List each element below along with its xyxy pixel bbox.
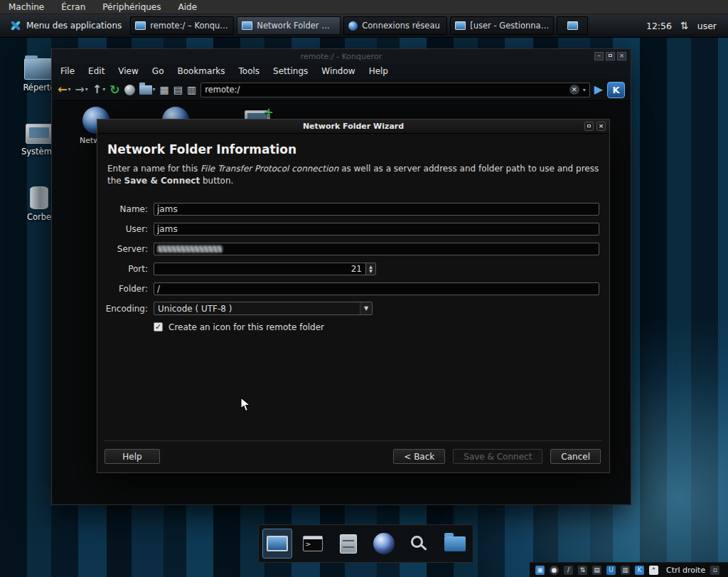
applications-menu-label: Menu des applications	[26, 21, 122, 31]
top-panel: Menu des applications remote:/ – Konque.…	[0, 14, 728, 38]
vm-menu-aide[interactable]: Aide	[178, 2, 198, 12]
detail-view-button[interactable]: ▥	[187, 85, 196, 95]
icon-view-button[interactable]: ▦	[160, 85, 169, 95]
encoding-label: Encoding:	[99, 304, 148, 314]
host-key-label: Ctrl droite	[666, 566, 705, 575]
create-icon-row: ✓ Create an icon for this remote folder	[154, 322, 609, 332]
port-stepper[interactable]: ▲▼	[154, 263, 376, 275]
menu-view[interactable]: View	[118, 66, 138, 76]
clear-location-icon[interactable]: ✕	[569, 85, 579, 95]
keyboard-layout-icon[interactable]: ⇅	[680, 20, 689, 31]
name-input[interactable]	[154, 203, 599, 216]
redacted-server-value	[157, 245, 223, 253]
menu-help[interactable]: Help	[369, 66, 388, 76]
vm-menu-ecran[interactable]: Écran	[61, 2, 85, 12]
folder-icon	[24, 58, 54, 80]
dialog-titlebar[interactable]: Network Folder Wizard ×	[97, 120, 609, 134]
taskbar-item-gestionnaire[interactable]: [user - Gestionnair...	[450, 16, 554, 35]
user-label: User:	[99, 224, 148, 234]
taskbar-item-connexions-reseau[interactable]: Connexions réseau	[343, 16, 447, 35]
close-icon[interactable]: ×	[596, 122, 606, 131]
menu-edit[interactable]: Edit	[88, 66, 105, 76]
menu-bookmarks[interactable]: Bookmarks	[177, 66, 225, 76]
menu-window[interactable]: Window	[321, 66, 355, 76]
tray-usb-icon[interactable]: ⇅	[578, 566, 587, 575]
spinner-icons[interactable]: ▲▼	[365, 263, 375, 275]
tray-kde-network-icon[interactable]: K	[635, 566, 644, 575]
vm-status-bar: ▣ ● / ⇅ ▤ U ▥ K * Ctrl droite ▫	[530, 562, 728, 577]
help-button[interactable]: Help	[105, 449, 160, 464]
window-title: remote:/ - Konqueror	[301, 52, 382, 61]
menu-file[interactable]: File	[60, 66, 75, 76]
mouse-cursor	[240, 397, 252, 415]
maximize-icon[interactable]	[606, 52, 615, 60]
user-input[interactable]	[154, 223, 599, 235]
menu-go[interactable]: Go	[152, 66, 164, 76]
server-input[interactable]	[154, 243, 599, 255]
minimize-icon[interactable]: –	[594, 52, 604, 60]
restore-icon[interactable]	[584, 122, 594, 131]
dialog-action-buttons: < Back Save & Connect Cancel	[393, 449, 601, 464]
folder-menu-button[interactable]: ▾	[139, 85, 156, 95]
create-icon-label: Create an icon for this remote folder	[168, 322, 324, 332]
tray-mouse-integration-icon[interactable]: *	[649, 566, 658, 575]
save-connect-button[interactable]: Save & Connect	[453, 449, 542, 464]
dialog-heading: Network Folder Information	[107, 142, 599, 157]
vm-menubar: Machine Écran Périphériques Aide	[0, 0, 728, 14]
dock-filemanager-button[interactable]	[333, 529, 363, 559]
back-button[interactable]: ←▾	[58, 84, 70, 95]
encoding-value: Unicode ( UTF-8 )	[158, 304, 232, 314]
port-input[interactable]	[154, 263, 376, 275]
window-titlebar[interactable]: remote:/ - Konqueror – ×	[52, 49, 631, 63]
tray-display-icon[interactable]: ▣	[535, 566, 545, 575]
taskbar-item-network-folder-wizard[interactable]: Network Folder Wi...	[237, 16, 341, 35]
dock-desktop-button[interactable]	[262, 529, 292, 559]
go-button[interactable]: ▶	[594, 84, 603, 95]
close-icon[interactable]: ×	[617, 52, 626, 60]
dock-folder-button[interactable]	[440, 529, 470, 559]
clock[interactable]: 12:56	[646, 21, 672, 31]
dock-terminal-button[interactable]	[298, 529, 328, 559]
location-dropdown-icon[interactable]: ▾	[583, 87, 586, 93]
dialog-title: Network Folder Wizard	[303, 122, 404, 131]
forward-button[interactable]: →▾	[75, 84, 87, 95]
window-icon	[135, 21, 146, 30]
tray-network-adapter-icon[interactable]: ▤	[592, 566, 601, 575]
location-bar[interactable]: remote:/ ✕ ▾	[200, 83, 589, 97]
dock-search-button[interactable]	[405, 529, 434, 559]
desktop-icon	[267, 536, 288, 551]
vm-menu-machine[interactable]: Machine	[9, 2, 44, 12]
encoding-select[interactable]: Unicode ( UTF-8 ) ▼	[154, 302, 373, 315]
location-text[interactable]: remote:/	[205, 85, 565, 95]
up-button[interactable]: ↑▾	[92, 84, 105, 95]
tray-pen-icon[interactable]: /	[564, 566, 573, 575]
folder-input[interactable]	[154, 282, 599, 295]
tray-optical-icon[interactable]: ●	[550, 566, 559, 575]
cancel-button[interactable]: Cancel	[550, 449, 601, 464]
tray-shared-folder-icon[interactable]: U	[606, 566, 616, 575]
globe-icon	[348, 21, 358, 31]
taskbar-item-konqueror[interactable]: remote:/ – Konque...	[130, 16, 234, 35]
create-icon-checkbox[interactable]: ✓	[154, 322, 163, 332]
stop-icon[interactable]	[124, 85, 135, 95]
folder-label: Folder:	[99, 284, 148, 294]
window-icon	[242, 21, 252, 30]
panel-right-cluster: 12:56 ⇅ user	[646, 20, 724, 31]
system-icon	[26, 124, 53, 144]
tray-state-icon: ▫	[710, 566, 719, 575]
user-switcher[interactable]: user	[697, 21, 717, 31]
menu-settings[interactable]: Settings	[273, 66, 308, 76]
applications-menu-button[interactable]: Menu des applications	[4, 16, 127, 36]
dock-browser-button[interactable]	[369, 529, 399, 559]
vm-menu-peripheriques[interactable]: Périphériques	[102, 2, 161, 12]
taskbar-item-minimized[interactable]	[557, 16, 588, 35]
menu-tools[interactable]: Tools	[239, 66, 260, 76]
kde-logo-icon: K	[607, 82, 625, 98]
list-view-button[interactable]: ▤	[173, 85, 183, 95]
reload-button[interactable]: ↻	[109, 84, 119, 96]
window-icon	[455, 21, 466, 30]
globe-icon	[373, 533, 395, 554]
tray-recording-icon[interactable]: ▥	[621, 566, 630, 575]
dialog-separator	[105, 440, 602, 441]
back-button[interactable]: < Back	[393, 449, 445, 464]
